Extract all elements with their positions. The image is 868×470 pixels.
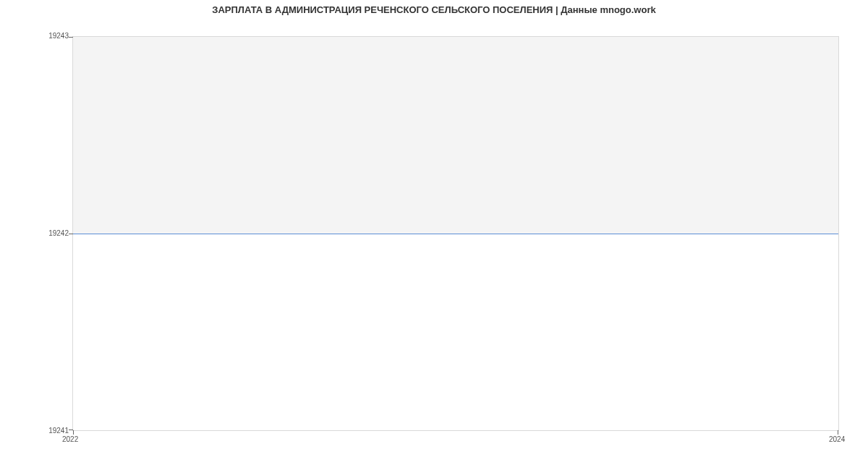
- y-tick-label: 19242: [40, 229, 69, 237]
- plot-area: [72, 36, 839, 431]
- series-area-fill: [73, 37, 838, 234]
- y-tick: [69, 37, 73, 38]
- x-tick: [73, 430, 74, 435]
- chart-container: ЗАРПЛАТА В АДМИНИСТРАЦИЯ РЕЧЕНСКОГО СЕЛЬ…: [0, 0, 868, 470]
- y-tick: [69, 234, 73, 234]
- chart-title: ЗАРПЛАТА В АДМИНИСТРАЦИЯ РЕЧЕНСКОГО СЕЛЬ…: [0, 4, 868, 15]
- y-tick-label: 19241: [40, 427, 69, 435]
- x-tick-label: 2022: [62, 435, 78, 443]
- x-tick-label: 2024: [829, 435, 845, 443]
- series-line: [73, 234, 838, 234]
- x-tick: [838, 430, 838, 435]
- y-tick-label: 19243: [40, 32, 69, 40]
